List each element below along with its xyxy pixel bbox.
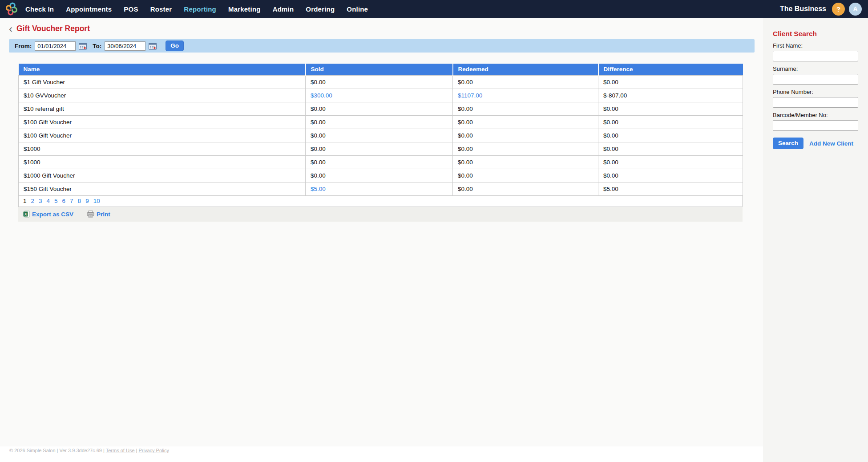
voucher-name: $10 referral gift (24, 105, 64, 112)
field-label: Phone Number: (773, 89, 858, 95)
page-number-link[interactable]: 10 (93, 198, 100, 204)
nav-item-online[interactable]: Online (347, 5, 368, 13)
footer-separator: | (136, 448, 137, 453)
client-search-fields: First Name: Surname: Phone Number: Barco… (773, 42, 858, 131)
nav-item-admin[interactable]: Admin (273, 5, 294, 13)
client-search-title: Client Search (773, 30, 858, 38)
nav-item-appointments[interactable]: Appointments (66, 5, 112, 13)
page-number-current: 1 (23, 198, 27, 204)
business-name: The Business (780, 5, 826, 13)
page-number-link[interactable]: 4 (47, 198, 50, 204)
redeemed-value: $0.00 (458, 79, 473, 85)
calendar-icon (149, 42, 157, 50)
avatar-initial: A (853, 5, 857, 12)
sold-value: $0.00 (311, 119, 326, 126)
table-row: $150 Gift Voucher $5.00 $0.00 $5.00 (19, 182, 743, 196)
redeemed-value: $0.00 (458, 132, 473, 139)
client-search-field: First Name: (773, 42, 858, 61)
difference-value: $0.00 (603, 79, 618, 85)
sold-value: $0.00 (311, 105, 326, 112)
nav-item-pos[interactable]: POS (124, 5, 138, 13)
table-row: $10 GVVoucher $300.00 $1107.00 $-807.00 (19, 89, 743, 102)
voucher-table: Name Sold Redeemed Difference $1 Gift Vo… (18, 64, 743, 196)
difference-value: $0.00 (603, 146, 618, 152)
barcode-member-no-input[interactable] (773, 120, 858, 131)
redeemed-value[interactable]: $1107.00 (458, 92, 482, 99)
export-csv-link[interactable]: X Export as CSV (23, 211, 73, 218)
page-number-link[interactable]: 7 (70, 198, 73, 204)
date-filter-bar: From: To: (9, 39, 755, 53)
to-label: To: (93, 43, 101, 49)
client-search-field: Surname: (773, 65, 858, 85)
nav-item-ordering[interactable]: Ordering (306, 5, 335, 13)
column-header-difference: Difference (598, 64, 743, 76)
nav-item-roster[interactable]: Roster (150, 5, 172, 13)
page-number-link[interactable]: 3 (39, 198, 42, 204)
to-calendar-button[interactable] (149, 42, 157, 50)
field-label: Barcode/Member No: (773, 112, 858, 118)
nav-item-marketing[interactable]: Marketing (228, 5, 261, 13)
export-csv-label: Export as CSV (32, 211, 73, 218)
sold-value: $0.00 (311, 132, 326, 139)
sold-value[interactable]: $300.00 (311, 92, 332, 99)
client-search-actions: Search Add New Client (773, 138, 858, 149)
table-row: $1000 $0.00 $0.00 $0.00 (19, 142, 743, 156)
page-number-link[interactable]: 2 (31, 198, 35, 204)
question-icon: ? (836, 5, 840, 13)
go-button[interactable]: Go (166, 41, 184, 51)
footer-version: Ver 3.9.3dde27c.69 (60, 448, 102, 453)
page-number-link[interactable]: 9 (85, 198, 89, 204)
add-new-client-link[interactable]: Add New Client (809, 140, 853, 147)
pagination: 1 2345678910 (18, 196, 743, 207)
table-row: $100 Gift Voucher $0.00 $0.00 $0.00 (19, 116, 743, 129)
nav-menu: Check InAppointmentsPOSRosterReportingMa… (25, 5, 368, 13)
difference-value: $0.00 (603, 172, 618, 179)
print-link[interactable]: Print (87, 211, 110, 218)
voucher-name: $10 GVVoucher (24, 92, 66, 99)
difference-value: $0.00 (603, 105, 618, 112)
page-title: Gift Voucher Report (16, 24, 90, 33)
footer-copyright: © 2026 Simple Salon (9, 448, 56, 453)
nav-item-reporting[interactable]: Reporting (184, 5, 216, 13)
back-chevron-icon[interactable]: ‹ (9, 25, 12, 33)
privacy-policy-link[interactable]: Privacy Policy (138, 448, 169, 453)
column-header-redeemed: Redeemed (453, 64, 598, 76)
simple-salon-logo-icon[interactable] (4, 1, 19, 16)
to-date-input[interactable] (105, 41, 145, 51)
redeemed-value: $0.00 (458, 186, 473, 192)
from-calendar-button[interactable] (79, 42, 87, 50)
first-name-input[interactable] (773, 51, 858, 61)
column-header-sold: Sold (306, 64, 453, 76)
page-number-link[interactable]: 6 (62, 198, 66, 204)
help-button[interactable]: ? (832, 3, 845, 16)
phone-number-input[interactable] (773, 97, 858, 108)
sold-value: $0.00 (311, 79, 326, 85)
sold-value[interactable]: $5.00 (311, 186, 326, 192)
voucher-name: $1 Gift Voucher (24, 79, 65, 85)
from-date-input[interactable] (35, 41, 76, 51)
voucher-name: $150 Gift Voucher (24, 186, 72, 192)
terms-of-use-link[interactable]: Terms of Use (106, 448, 135, 453)
voucher-name: $1000 (24, 159, 40, 166)
client-search-field: Phone Number: (773, 89, 858, 108)
client-search-field: Barcode/Member No: (773, 112, 858, 131)
redeemed-value: $0.00 (458, 172, 473, 179)
difference-value: $0.00 (603, 159, 618, 166)
user-avatar[interactable]: A (849, 3, 862, 16)
search-button[interactable]: Search (773, 138, 803, 149)
surname-input[interactable] (773, 74, 858, 85)
page-number-link[interactable]: 5 (54, 198, 58, 204)
voucher-name: $100 Gift Voucher (24, 119, 72, 126)
column-header-name: Name (19, 64, 306, 76)
nav-right: The Business ? A (780, 3, 862, 16)
report-panel: ‹ Gift Voucher Report From: To: (0, 18, 763, 446)
footer-separator: | (103, 448, 105, 453)
difference-value: $5.00 (603, 186, 618, 192)
difference-value: $0.00 (603, 132, 618, 139)
redeemed-value: $0.00 (458, 159, 473, 166)
nav-item-check-in[interactable]: Check In (25, 5, 54, 13)
page-number-link[interactable]: 8 (78, 198, 81, 204)
difference-value: $-807.00 (603, 92, 627, 99)
excel-icon: X (23, 211, 30, 218)
footer-separator: | (57, 448, 58, 453)
